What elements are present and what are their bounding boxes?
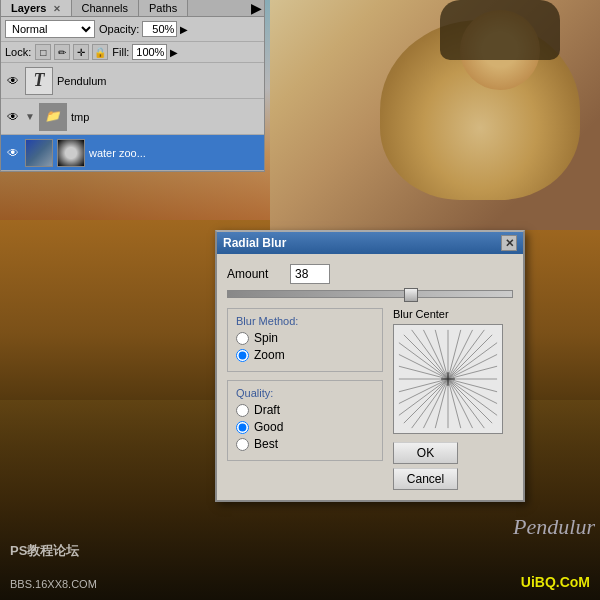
layer-visibility-icon[interactable]: 👁 — [5, 109, 21, 125]
panel-tabs: Layers ✕ Channels Paths ▶ — [1, 0, 264, 17]
blur-method-label: Blur Method: — [236, 315, 374, 327]
dialog-right-panel: Blur Center — [393, 308, 513, 490]
draft-radio-item[interactable]: Draft — [236, 403, 374, 417]
dialog-title: Radial Blur — [223, 236, 286, 250]
opacity-row: Opacity: ▶ — [99, 21, 188, 37]
slider-thumb[interactable] — [404, 288, 418, 302]
good-radio-item[interactable]: Good — [236, 420, 374, 434]
blur-center-box[interactable] — [393, 324, 503, 434]
blur-method-group: Blur Method: Spin Zoom — [227, 308, 383, 372]
hamster-image — [270, 0, 600, 230]
best-radio[interactable] — [236, 438, 249, 451]
best-label: Best — [254, 437, 278, 451]
zoom-radio[interactable] — [236, 349, 249, 362]
dialog-left-panel: Blur Method: Spin Zoom Quality: — [227, 308, 383, 490]
blur-center-label: Blur Center — [393, 308, 513, 320]
dialog-columns: Blur Method: Spin Zoom Quality: — [227, 308, 513, 490]
amount-row: Amount 38 — [227, 264, 513, 284]
dialog-close-button[interactable]: ✕ — [501, 235, 517, 251]
blend-opacity-row: Normal Opacity: ▶ — [1, 17, 264, 42]
fill-arrow[interactable]: ▶ — [170, 47, 178, 58]
radial-blur-dialog: Radial Blur ✕ Amount 38 Blur Method: S — [215, 230, 525, 502]
group-expand-icon[interactable]: ▼ — [25, 111, 35, 122]
lock-position-btn[interactable]: ✛ — [73, 44, 89, 60]
layer-thumbnail — [25, 139, 53, 167]
watermark-text-1: PS教程论坛 — [10, 542, 79, 560]
good-label: Good — [254, 420, 283, 434]
tab-paths[interactable]: Paths — [139, 0, 188, 16]
blend-mode-select[interactable]: Normal — [5, 20, 95, 38]
quality-group: Quality: Draft Good Best — [227, 380, 383, 461]
amount-slider[interactable] — [227, 290, 513, 298]
best-radio-item[interactable]: Best — [236, 437, 374, 451]
amount-input[interactable]: 38 — [290, 264, 330, 284]
tab-layers[interactable]: Layers ✕ — [1, 0, 72, 16]
lock-icons: □ ✏ ✛ 🔒 — [35, 44, 108, 60]
spin-radio-item[interactable]: Spin — [236, 331, 374, 345]
quality-label: Quality: — [236, 387, 374, 399]
layer-item[interactable]: 👁 T Pendulum — [1, 63, 264, 99]
ok-button[interactable]: OK — [393, 442, 458, 464]
dialog-body: Amount 38 Blur Method: Spin — [217, 254, 523, 500]
amount-label: Amount — [227, 267, 282, 281]
layers-panel: Layers ✕ Channels Paths ▶ Normal Opacity… — [0, 0, 265, 172]
fill-row: Fill: ▶ — [112, 44, 178, 60]
layer-mask-thumbnail — [57, 139, 85, 167]
tab-channels[interactable]: Channels — [72, 0, 139, 16]
opacity-input[interactable] — [142, 21, 177, 37]
watermark-text-2: BBS.16XX8.COM — [10, 578, 97, 590]
lock-all-btn[interactable]: 🔒 — [92, 44, 108, 60]
cancel-button[interactable]: Cancel — [393, 468, 458, 490]
lock-transparent-btn[interactable]: □ — [35, 44, 51, 60]
pendulum-script-text: Pendulur — [513, 514, 595, 540]
panel-menu-icon[interactable]: ▶ — [251, 0, 262, 16]
layer-item[interactable]: 👁 ▼ 📁 tmp — [1, 99, 264, 135]
watermark-text-3: UiBQ.CoM — [521, 574, 590, 590]
layers-list: 👁 T Pendulum 👁 ▼ 📁 tmp 👁 water zoo... — [1, 63, 264, 171]
spin-label: Spin — [254, 331, 278, 345]
layer-visibility-icon[interactable]: 👁 — [5, 145, 21, 161]
amount-slider-container — [227, 290, 513, 298]
spin-radio[interactable] — [236, 332, 249, 345]
draft-radio[interactable] — [236, 404, 249, 417]
fill-input[interactable] — [132, 44, 167, 60]
good-radio[interactable] — [236, 421, 249, 434]
layer-thumbnail: 📁 — [39, 103, 67, 131]
layer-item[interactable]: 👁 water zoo... — [1, 135, 264, 171]
zoom-radio-item[interactable]: Zoom — [236, 348, 374, 362]
layer-visibility-icon[interactable]: 👁 — [5, 73, 21, 89]
layer-thumbnail: T — [25, 67, 53, 95]
lock-fill-row: Lock: □ ✏ ✛ 🔒 Fill: ▶ — [1, 42, 264, 63]
dialog-titlebar[interactable]: Radial Blur ✕ — [217, 232, 523, 254]
opacity-arrow[interactable]: ▶ — [180, 24, 188, 35]
dialog-buttons: OK Cancel — [393, 442, 513, 490]
blur-center-svg — [394, 325, 502, 433]
zoom-label: Zoom — [254, 348, 285, 362]
draft-label: Draft — [254, 403, 280, 417]
lock-image-btn[interactable]: ✏ — [54, 44, 70, 60]
